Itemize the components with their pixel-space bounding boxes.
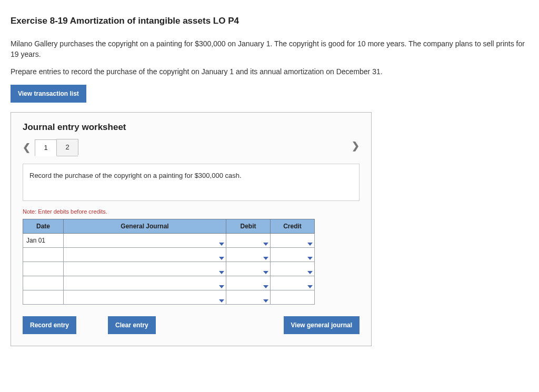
problem-paragraph-1: Milano Gallery purchases the copyright o… <box>11 39 528 59</box>
table-row: Jan 01 <box>23 233 315 247</box>
debit-cell[interactable] <box>226 233 271 247</box>
general-journal-cell[interactable] <box>64 262 226 276</box>
credit-cell[interactable] <box>271 233 315 247</box>
credit-cell[interactable] <box>271 290 315 304</box>
chevron-right-icon[interactable]: ❯ <box>347 140 360 155</box>
table-row <box>23 290 315 304</box>
record-entry-button[interactable]: Record entry <box>23 316 76 334</box>
view-general-journal-button[interactable]: View general journal <box>284 316 360 334</box>
credit-cell[interactable] <box>271 276 315 290</box>
col-header-debit: Debit <box>226 219 271 233</box>
entry-prompt: Record the purchase of the copyright on … <box>23 164 360 201</box>
general-journal-cell[interactable] <box>64 233 226 247</box>
general-journal-cell[interactable] <box>64 290 226 304</box>
credit-cell[interactable] <box>271 247 315 262</box>
general-journal-cell[interactable] <box>64 247 226 262</box>
view-transaction-list-button[interactable]: View transaction list <box>11 85 86 103</box>
table-row <box>23 247 315 262</box>
debit-cell[interactable] <box>226 247 271 262</box>
date-cell[interactable]: Jan 01 <box>23 233 64 247</box>
worksheet-title: Journal entry worksheet <box>23 122 360 133</box>
debit-cell[interactable] <box>226 262 271 276</box>
general-journal-cell[interactable] <box>64 276 226 290</box>
credit-cell[interactable] <box>271 262 315 276</box>
tab-2[interactable]: 2 <box>56 139 78 155</box>
tab-1[interactable]: 1 <box>35 139 57 156</box>
date-cell[interactable] <box>23 276 64 290</box>
chevron-left-icon[interactable]: ❮ <box>23 142 35 156</box>
exercise-title: Exercise 8-19 Amortization of intangible… <box>11 16 528 26</box>
col-header-credit: Credit <box>271 219 315 233</box>
date-cell[interactable] <box>23 290 64 304</box>
entry-tabs: 1 2 <box>35 139 78 156</box>
clear-entry-button[interactable]: Clear entry <box>108 316 156 334</box>
date-cell[interactable] <box>23 262 64 276</box>
debit-cell[interactable] <box>226 290 271 304</box>
col-header-date: Date <box>23 219 64 233</box>
debit-credit-note: Note: Enter debits before credits. <box>23 208 360 215</box>
table-row <box>23 276 315 290</box>
date-cell[interactable] <box>23 247 64 262</box>
problem-paragraph-2: Prepare entries to record the purchase o… <box>11 67 528 77</box>
debit-cell[interactable] <box>226 276 271 290</box>
journal-table: Date General Journal Debit Credit Jan 01 <box>23 219 315 305</box>
journal-entry-worksheet: Journal entry worksheet ❮ 1 2 ❯ Record t… <box>11 112 372 346</box>
table-row <box>23 262 315 276</box>
col-header-general: General Journal <box>64 219 226 233</box>
